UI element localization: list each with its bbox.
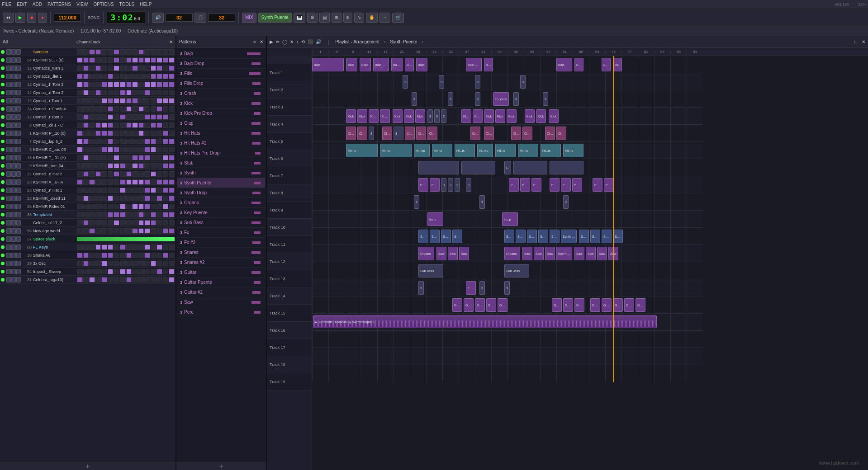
channel-pad[interactable] — [163, 253, 169, 258]
channel-row[interactable]: 23KSHMR A_.6 - A — [0, 178, 175, 186]
track-block[interactable]: Kick — [549, 109, 559, 123]
channel-pad[interactable] — [120, 253, 126, 258]
channel-pad[interactable] — [83, 228, 89, 234]
channel-pad[interactable] — [89, 122, 95, 128]
channel-pad[interactable] — [101, 179, 107, 185]
channel-pad[interactable] — [108, 106, 114, 112]
channel-pad[interactable] — [163, 66, 169, 71]
channel-ctrl-btn[interactable] — [11, 204, 16, 209]
mixer-button[interactable]: MIX — [242, 13, 256, 23]
channel-row[interactable]: 12Cymati_.r Tom 3 — [0, 113, 175, 121]
channel-pad[interactable] — [83, 163, 89, 169]
channel-pad[interactable] — [83, 66, 89, 71]
channel-pad[interactable] — [163, 163, 169, 169]
channel-row[interactable]: 393x Osc — [0, 259, 175, 268]
channel-ctrl-btn[interactable] — [16, 277, 21, 282]
channel-ctrl-btn[interactable] — [6, 244, 11, 250]
channel-pad[interactable] — [126, 82, 132, 87]
channel-pad[interactable] — [77, 139, 83, 144]
pattern-item[interactable]: 3Fx #2 — [177, 238, 265, 248]
channel-pad[interactable] — [157, 74, 162, 79]
channel-pad[interactable] — [95, 277, 101, 282]
track-block[interactable]: 3 — [441, 178, 446, 192]
pattern-item[interactable]: 3Guitar #2 — [177, 287, 265, 297]
track-block[interactable]: Sub Bass — [418, 264, 443, 277]
channel-pad[interactable] — [95, 244, 101, 250]
channel-pad[interactable] — [132, 66, 138, 71]
arrow-button[interactable]: → — [379, 13, 390, 23]
channel-row[interactable]: 23KSHMR_.osed 11 — [0, 194, 175, 202]
channel-pad[interactable] — [108, 261, 114, 266]
channel-pad[interactable] — [108, 244, 114, 250]
channel-pad[interactable] — [163, 196, 169, 201]
channel-pad[interactable] — [108, 253, 114, 258]
track-block[interactable]: Clap — [545, 127, 555, 140]
channel-pad[interactable] — [163, 139, 169, 144]
channel-ctrl-btn[interactable] — [6, 57, 11, 63]
channel-pad[interactable] — [132, 131, 138, 136]
channel-pad[interactable] — [138, 244, 144, 250]
channel-pad[interactable] — [157, 269, 162, 274]
channel-ctrl-btn[interactable] — [16, 244, 21, 250]
channel-ctrl-btn[interactable] — [16, 163, 21, 169]
channel-pad[interactable] — [163, 98, 169, 103]
patterns-view-btn[interactable]: ≡ — [253, 39, 256, 44]
channel-pad[interactable] — [169, 163, 175, 169]
channel-pad[interactable] — [77, 57, 83, 63]
pattern-item[interactable]: 3Saw — [177, 297, 265, 307]
channel-ctrl-btn[interactable] — [16, 74, 21, 79]
channel-pad[interactable] — [138, 220, 144, 226]
channel-pad[interactable] — [138, 204, 144, 209]
channel-pad[interactable] — [108, 49, 114, 55]
channel-pad[interactable] — [151, 244, 157, 250]
channel-pad[interactable] — [120, 188, 126, 193]
channel-pad[interactable] — [126, 131, 132, 136]
pattern-item[interactable]: 3Kick — [177, 99, 265, 108]
channel-ctrl-btn[interactable] — [16, 261, 21, 266]
channel-pad[interactable] — [138, 269, 144, 274]
channel-pad[interactable] — [77, 261, 83, 266]
channel-pad[interactable] — [120, 212, 126, 217]
track-block[interactable]: Sy..op — [527, 230, 537, 243]
channel-pad[interactable] — [77, 74, 83, 79]
channel-pad[interactable] — [114, 139, 119, 144]
channel-pad[interactable] — [83, 74, 89, 79]
track-block[interactable]: Clap — [511, 127, 521, 140]
channel-pad[interactable] — [126, 188, 132, 193]
channel-pad[interactable] — [95, 131, 101, 136]
track-block[interactable]: Organo — [504, 247, 520, 260]
track-block[interactable]: 3 — [448, 92, 453, 106]
channel-pad[interactable] — [138, 155, 144, 160]
track-block[interactable]: Perc — [430, 178, 440, 192]
channel-pad[interactable] — [144, 261, 150, 266]
menu-tools[interactable]: TOOLS — [119, 2, 134, 7]
channel-pad[interactable] — [151, 188, 157, 193]
channel-ctrl-btn[interactable] — [6, 269, 11, 274]
channel-pad[interactable] — [83, 155, 89, 160]
track-row[interactable]: KickKickKl..ropK..opKickKickKick333Kl..r… — [312, 108, 703, 125]
channel-ctrl-btn[interactable] — [6, 114, 11, 120]
channel-pad[interactable] — [83, 253, 89, 258]
channel-pad[interactable] — [120, 179, 126, 185]
track-block[interactable]: 3 — [479, 281, 485, 295]
channel-pad[interactable] — [132, 179, 138, 185]
channel-pad[interactable] — [151, 179, 157, 185]
track-block[interactable]: 3 — [455, 178, 460, 192]
channel-pad[interactable] — [114, 122, 119, 128]
track-block[interactable]: Sub Bass — [504, 264, 529, 277]
channel-rack-close[interactable]: ✕ — [169, 39, 173, 44]
arrangement-area[interactable]: 1591317212529333741454953576165697377818… — [312, 48, 868, 470]
track-block[interactable]: 3 — [403, 75, 408, 89]
pattern-item[interactable]: 3Guitar — [177, 268, 265, 277]
channel-pad[interactable] — [83, 122, 89, 128]
channel-pad[interactable] — [83, 114, 89, 120]
plugin-button[interactable]: 🎹 — [294, 13, 305, 23]
channel-pad[interactable] — [138, 82, 144, 87]
track-block[interactable]: Sy..op — [441, 230, 451, 243]
channel-pad[interactable] — [132, 188, 138, 193]
channel-pad[interactable] — [89, 82, 95, 87]
track-block[interactable]: 3 — [369, 127, 374, 140]
channel-ctrl-btn[interactable] — [16, 98, 21, 103]
channel-ctrl-btn[interactable] — [6, 139, 11, 144]
channel-pad[interactable] — [144, 90, 150, 95]
